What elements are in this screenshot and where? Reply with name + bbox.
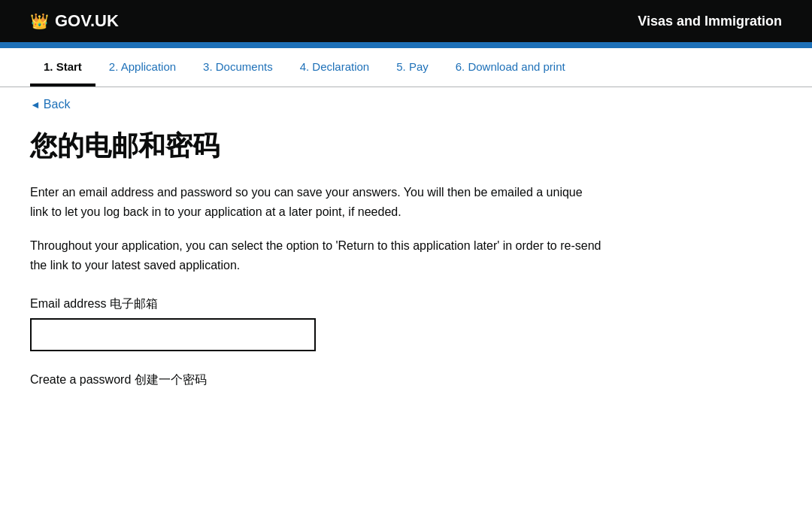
page-heading: 您的电邮和密码	[30, 129, 647, 162]
email-input[interactable]	[30, 318, 316, 351]
blue-bar	[0, 42, 812, 48]
step-6-download[interactable]: 6. Download and print	[442, 48, 579, 87]
description-paragraph-1: Enter an email address and password so y…	[30, 183, 601, 221]
step-2-application[interactable]: 2. Application	[95, 48, 189, 87]
step-1-start[interactable]: 1. Start	[30, 48, 95, 87]
back-link-label: Back	[44, 98, 71, 111]
progress-nav: 1. Start 2. Application 3. Documents 4. …	[0, 48, 812, 87]
step-5-pay[interactable]: 5. Pay	[383, 48, 442, 87]
header: 👑 GOV.UK Visas and Immigration	[0, 0, 812, 42]
main-content: 您的电邮和密码 Enter an email address and passw…	[0, 114, 677, 418]
logo-text: GOV.UK	[55, 11, 119, 31]
password-label: Create a password 创建一个密码	[30, 372, 647, 388]
crown-icon: 👑	[30, 12, 49, 30]
back-link[interactable]: ◄ Back	[30, 98, 70, 111]
gov-logo: 👑 GOV.UK	[30, 11, 119, 31]
back-arrow-icon: ◄	[30, 99, 41, 111]
step-3-documents[interactable]: 3. Documents	[189, 48, 286, 87]
step-4-declaration[interactable]: 4. Declaration	[286, 48, 383, 87]
email-form-group: Email address 电子邮箱	[30, 296, 647, 351]
description-paragraph-2: Throughout your application, you can sel…	[30, 236, 601, 275]
site-title: Visas and Immigration	[638, 14, 782, 29]
back-link-area: ◄ Back	[0, 87, 812, 114]
email-label: Email address 电子邮箱	[30, 296, 647, 312]
